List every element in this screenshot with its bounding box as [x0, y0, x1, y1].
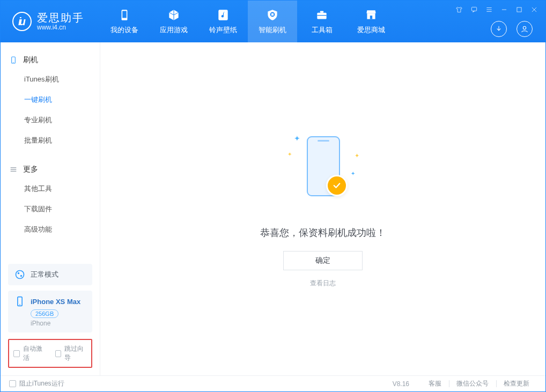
- titlebar: iu 爱思助手 www.i4.cn 我的设备应用游戏铃声壁纸智能刷机工具箱爱思商…: [1, 1, 545, 42]
- svg-rect-1: [122, 11, 127, 18]
- mode-icon: [14, 269, 25, 280]
- main-panel: ✦✦✦✦ 恭喜您，保资料刷机成功啦！ 确定 查看日志: [100, 42, 545, 375]
- nav-label: 应用游戏: [160, 25, 188, 35]
- nav-label: 工具箱: [312, 25, 333, 35]
- device-subtitle: iPhone: [31, 320, 50, 327]
- nav-shop[interactable]: 爱思商城: [346, 1, 396, 42]
- svg-rect-6: [317, 15, 326, 16]
- version-label: V8.16: [393, 380, 409, 388]
- svg-rect-4: [317, 13, 326, 19]
- sidebar: 刷机iTunes刷机一键刷机专业刷机批量刷机更多其他工具下载固件高级功能 正常模…: [1, 42, 100, 375]
- status-bar: 阻止iTunes运行 V8.16 客服微信公众号检查更新: [1, 375, 545, 391]
- sidebar-item[interactable]: 专业刷机: [1, 110, 100, 130]
- download-button[interactable]: [491, 21, 507, 37]
- top-nav: 我的设备应用游戏铃声壁纸智能刷机工具箱爱思商城: [100, 1, 396, 42]
- svg-rect-9: [471, 7, 476, 11]
- status-link[interactable]: 检查更新: [496, 379, 537, 388]
- cube-icon: [167, 8, 181, 22]
- skip-guide-checkbox[interactable]: 跳过向导: [55, 344, 87, 363]
- close-button[interactable]: [529, 5, 539, 14]
- svg-point-24: [18, 272, 19, 274]
- music-icon: [216, 8, 230, 22]
- svg-point-19: [13, 62, 13, 63]
- svg-point-27: [19, 304, 20, 305]
- nav-phone[interactable]: 我的设备: [100, 1, 149, 42]
- status-link[interactable]: 微信公众号: [449, 379, 496, 388]
- sidebar-item[interactable]: iTunes刷机: [1, 69, 100, 90]
- nav-shield[interactable]: 智能刷机: [248, 1, 297, 42]
- status-link[interactable]: 客服: [421, 379, 449, 388]
- mode-card[interactable]: 正常模式: [8, 264, 92, 285]
- success-headline: 恭喜您，保资料刷机成功啦！: [260, 226, 386, 239]
- auto-activate-checkbox[interactable]: 自动激活: [13, 344, 46, 363]
- maximize-button[interactable]: [514, 5, 524, 14]
- svg-rect-14: [517, 8, 521, 12]
- svg-point-23: [16, 271, 24, 279]
- view-log-link[interactable]: 查看日志: [310, 279, 336, 288]
- brand[interactable]: iu 爱思助手 www.i4.cn: [1, 1, 100, 42]
- svg-point-25: [20, 275, 22, 277]
- header-actions: [491, 21, 533, 37]
- minimize-button[interactable]: [499, 5, 509, 14]
- nav-cube[interactable]: 应用游戏: [149, 1, 198, 42]
- sidebar-item[interactable]: 下载固件: [1, 199, 100, 219]
- nav-label: 我的设备: [110, 25, 138, 35]
- phone-icon: [117, 8, 131, 22]
- shop-icon: [364, 8, 378, 22]
- sidebar-item[interactable]: 一键刷机: [1, 90, 100, 110]
- shield-icon: [265, 8, 279, 22]
- feedback-icon[interactable]: [469, 5, 479, 14]
- phone-outline-icon: [9, 56, 18, 64]
- success-illustration: ✦✦✦✦: [275, 130, 371, 216]
- confirm-button[interactable]: 确定: [283, 251, 363, 270]
- sidebar-item[interactable]: 批量刷机: [1, 130, 100, 151]
- section-0-header: 刷机: [1, 51, 100, 69]
- block-itunes-checkbox[interactable]: 阻止iTunes运行: [9, 379, 64, 388]
- brand-url: www.i4.cn: [37, 24, 84, 32]
- brand-name: 爱思助手: [37, 12, 84, 24]
- svg-rect-5: [320, 11, 324, 12]
- account-button[interactable]: [517, 21, 533, 37]
- sidebar-item[interactable]: 其他工具: [1, 179, 100, 199]
- section-1-header: 更多: [1, 160, 100, 179]
- nav-label: 爱思商城: [357, 25, 385, 35]
- brand-logo-icon: iu: [12, 12, 32, 31]
- nav-label: 铃声壁纸: [209, 25, 237, 35]
- mode-label: 正常模式: [31, 270, 58, 279]
- nav-music[interactable]: 铃声壁纸: [198, 1, 248, 42]
- tshirt-icon[interactable]: [454, 5, 464, 14]
- device-name: iPhone XS Max: [31, 298, 80, 306]
- menu-icon[interactable]: [484, 5, 494, 14]
- svg-rect-8: [370, 16, 372, 19]
- options-row-highlight: 自动激活 跳过向导: [8, 339, 92, 368]
- hamburger-icon: [9, 165, 18, 174]
- check-badge-icon: [326, 175, 348, 196]
- nav-label: 智能刷机: [259, 25, 286, 35]
- window-tools: [454, 5, 539, 14]
- device-icon: [14, 296, 25, 307]
- device-capacity: 256GB: [31, 309, 58, 318]
- svg-point-17: [523, 26, 526, 29]
- device-card[interactable]: iPhone XS Max 256GB iPhone: [8, 291, 92, 332]
- sidebar-item[interactable]: 高级功能: [1, 219, 100, 240]
- nav-briefcase[interactable]: 工具箱: [297, 1, 346, 42]
- briefcase-icon: [315, 8, 329, 22]
